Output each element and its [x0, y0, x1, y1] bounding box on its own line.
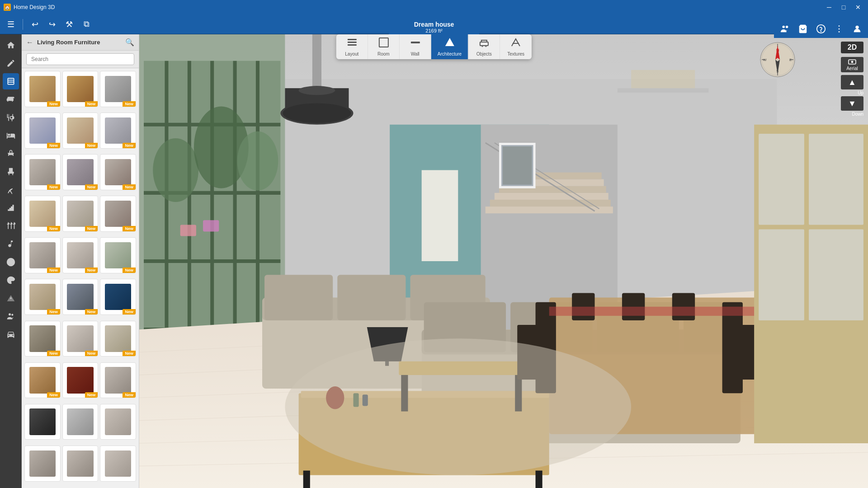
furniture-item-19[interactable]: New — [24, 321, 61, 357]
panel-back-btn[interactable]: ← — [26, 38, 33, 47]
up-btn[interactable]: ▲ — [841, 75, 863, 89]
title-bar-controls[interactable]: ─ □ ✕ — [823, 1, 864, 14]
new-badge: New — [47, 351, 60, 356]
cart-btn[interactable] — [796, 22, 810, 36]
people-btn[interactable] — [778, 22, 792, 36]
furniture-item-23[interactable]: New — [62, 362, 99, 399]
menu-btn[interactable]: ☰ — [4, 17, 18, 32]
maximize-btn[interactable]: □ — [837, 1, 850, 14]
sidebar-fence-btn[interactable] — [3, 218, 19, 234]
sidebar-art-btn[interactable] — [3, 272, 19, 288]
furniture-item-24[interactable]: New — [100, 362, 136, 399]
furniture-item-22[interactable]: New — [24, 362, 61, 399]
search-input[interactable] — [26, 53, 134, 65]
furniture-item-12[interactable]: New — [100, 196, 136, 232]
furniture-item-20[interactable]: New — [62, 321, 99, 357]
new-badge: New — [47, 101, 60, 107]
sidebar-misc-btn[interactable] — [3, 290, 19, 306]
new-badge: New — [85, 309, 98, 314]
furniture-item-1[interactable]: New — [24, 71, 61, 107]
furniture-item-5[interactable]: New — [62, 113, 99, 149]
down-btn[interactable]: ▼ — [841, 96, 863, 111]
sidebar-sport-btn[interactable] — [3, 254, 19, 270]
undo-btn[interactable]: ↩ — [28, 17, 42, 32]
sidebar-music-btn[interactable] — [3, 236, 19, 252]
sidebar-chair-btn[interactable] — [3, 164, 19, 180]
down-label: Down — [852, 112, 863, 117]
tab-architecture-label: Architecture — [438, 52, 462, 56]
tab-textures[interactable]: Textures — [500, 34, 532, 59]
svg-point-16 — [839, 25, 840, 27]
svg-point-67 — [299, 86, 335, 95]
redo-btn[interactable]: ↪ — [45, 17, 59, 32]
tab-textures-label: Textures — [507, 52, 524, 56]
new-badge: New — [85, 101, 98, 107]
furniture-item-4[interactable]: New — [24, 113, 61, 149]
sidebar-outdoor-btn[interactable] — [3, 182, 19, 198]
project-name: Dream house — [396, 21, 472, 28]
tab-layout[interactable]: Layout — [336, 34, 368, 59]
new-badge: New — [123, 309, 136, 314]
sidebar-home-btn[interactable] — [3, 37, 19, 53]
help-btn[interactable] — [814, 22, 828, 36]
sidebar-horse-btn[interactable] — [3, 145, 19, 162]
furniture-item-18[interactable]: New — [100, 279, 136, 315]
sidebar-cars-btn[interactable] — [3, 326, 19, 343]
furniture-item-11[interactable]: New — [62, 196, 99, 232]
furniture-item-15[interactable]: New — [100, 237, 136, 273]
tab-objects[interactable]: Objects — [468, 34, 500, 59]
sidebar-people-btn[interactable] — [3, 308, 19, 324]
center-toolbar: Layout Room Wall Architecture Objects — [336, 34, 532, 59]
sidebar-tools-btn[interactable] — [3, 55, 19, 71]
minimize-btn[interactable]: ─ — [823, 1, 835, 14]
build-btn[interactable]: ⚒ — [62, 17, 76, 32]
furniture-item-28[interactable] — [24, 446, 61, 482]
furniture-item-10[interactable]: New — [24, 196, 61, 232]
sidebar-furniture-btn[interactable] — [3, 91, 19, 108]
close-btn[interactable]: ✕ — [852, 1, 864, 14]
furniture-item-13[interactable]: New — [24, 237, 61, 273]
furniture-item-8[interactable]: New — [62, 154, 99, 190]
furniture-item-3[interactable]: New — [100, 71, 136, 107]
viewport[interactable]: N S W E 2D Aerial ▲ Up ▼ Down — [139, 34, 868, 488]
furniture-item-14[interactable]: New — [62, 237, 99, 273]
sidebar-layers-btn[interactable] — [3, 73, 19, 89]
furniture-item-17[interactable]: New — [62, 279, 99, 315]
furniture-item-9[interactable]: New — [100, 154, 136, 190]
furniture-item-21[interactable]: New — [100, 321, 136, 357]
svg-rect-82 — [536, 470, 542, 488]
svg-rect-50 — [422, 170, 458, 262]
furniture-item-6[interactable]: New — [100, 113, 136, 149]
furniture-item-7[interactable]: New — [24, 154, 61, 190]
svg-point-15 — [821, 31, 821, 32]
panel-header: ← Living Room Furniture 🔍 — [22, 34, 139, 51]
user-btn[interactable] — [850, 22, 864, 36]
svg-point-66 — [283, 103, 351, 123]
tab-architecture[interactable]: Architecture — [431, 34, 468, 59]
furniture-item-26[interactable] — [62, 404, 99, 440]
tab-wall-label: Wall — [411, 52, 420, 56]
sidebar-kitchen-btn[interactable] — [3, 109, 19, 126]
furniture-item-30[interactable] — [100, 446, 136, 482]
more-btn[interactable] — [832, 22, 846, 36]
panel-search-btn[interactable]: 🔍 — [125, 38, 134, 47]
svg-rect-62 — [503, 146, 532, 185]
furniture-item-25[interactable] — [24, 404, 61, 440]
sidebar-bed-btn[interactable] — [3, 127, 19, 144]
project-title-bar: Dream house 2169 ft² — [389, 20, 479, 34]
svg-point-12 — [786, 26, 788, 28]
furniture-grid: New New New New New New — [22, 68, 139, 488]
aerial-btn[interactable]: Aerial — [841, 57, 863, 72]
new-badge: New — [85, 184, 98, 190]
app-title: Home Design 3D — [14, 4, 55, 10]
furniture-item-27[interactable] — [100, 404, 136, 440]
copy-btn[interactable]: ⧉ — [79, 17, 94, 32]
furniture-item-16[interactable]: New — [24, 279, 61, 315]
tab-wall[interactable]: Wall — [400, 34, 431, 59]
tab-room[interactable]: Room — [368, 34, 400, 59]
furniture-item-2[interactable]: New — [62, 71, 99, 107]
furniture-item-29[interactable] — [62, 446, 99, 482]
sidebar-stairs-btn[interactable] — [3, 200, 19, 216]
btn-2d[interactable]: 2D — [841, 42, 863, 53]
svg-rect-0 — [347, 39, 356, 40]
